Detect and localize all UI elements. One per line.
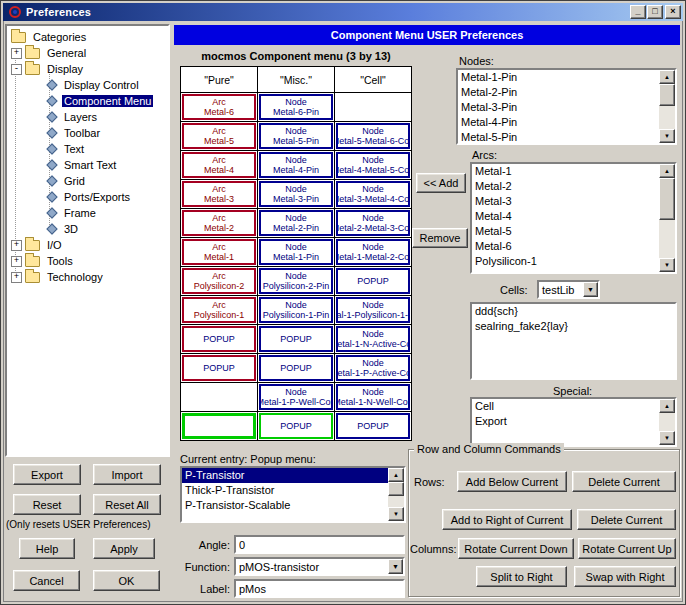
- tree-item-toolbar[interactable]: Toolbar: [9, 125, 166, 141]
- apply-button[interactable]: Apply: [93, 538, 155, 559]
- list-item[interactable]: Metal-5-Pin: [458, 130, 659, 145]
- scrollbar[interactable]: ▲▼: [659, 70, 675, 143]
- tree-item-general[interactable]: +General: [9, 45, 166, 61]
- list-item[interactable]: Metal-2-Pin: [458, 85, 659, 100]
- reset-all-button[interactable]: Reset All: [93, 494, 161, 515]
- reset-button[interactable]: Reset: [13, 494, 81, 515]
- menu-grid-cell[interactable]: POPUP: [335, 267, 411, 295]
- delete-current-row-button[interactable]: Delete Current: [572, 471, 676, 492]
- menu-grid-cell[interactable]: NodeMetal-4-Pin: [258, 151, 334, 179]
- cancel-button[interactable]: Cancel: [13, 570, 80, 591]
- scrollbar[interactable]: ▲▼: [659, 399, 675, 445]
- menu-grid-cell[interactable]: NodeMetal-1-P-Active-Con: [335, 354, 411, 382]
- menu-grid-cell[interactable]: NodeMetal-1-Pin: [258, 238, 334, 266]
- expand-plus-icon[interactable]: +: [11, 256, 22, 267]
- menu-grid-cell[interactable]: NodeMetal-1-P-Well-Con: [258, 383, 334, 411]
- list-item[interactable]: Metal-3: [472, 194, 659, 209]
- tree-item-io[interactable]: +I/O: [9, 237, 166, 253]
- menu-grid-cell[interactable]: [181, 383, 257, 411]
- dropdown-arrow-icon[interactable]: ▼: [583, 282, 598, 297]
- rotate-current-down-button[interactable]: Rotate Current Down: [458, 538, 574, 559]
- menu-grid-cell[interactable]: NodePolysilicon-1-Pin: [258, 296, 334, 324]
- scroll-down-icon[interactable]: ▼: [659, 129, 675, 143]
- menu-grid-cell[interactable]: ArcMetal-4: [181, 151, 257, 179]
- scrollbar[interactable]: ▲▼: [388, 468, 404, 521]
- menu-grid-cell[interactable]: NodeMetal-3-Pin: [258, 180, 334, 208]
- ok-button[interactable]: OK: [93, 570, 160, 591]
- list-item[interactable]: P-Transistor-Scalable: [182, 498, 388, 513]
- list-item[interactable]: Metal-1: [472, 164, 659, 179]
- list-item[interactable]: Polysilicon-1: [472, 254, 659, 269]
- add-below-current-button[interactable]: Add Below Current: [457, 471, 567, 492]
- menu-grid-cell[interactable]: ArcMetal-3: [181, 180, 257, 208]
- menu-grid-cell[interactable]: POPUP: [181, 354, 257, 382]
- collapse-minus-icon[interactable]: -: [11, 64, 22, 75]
- import-button[interactable]: Import: [93, 464, 161, 485]
- menu-grid-cell[interactable]: POPUP: [258, 354, 334, 382]
- menu-grid-cell[interactable]: ArcMetal-1: [181, 238, 257, 266]
- menu-grid-cell[interactable]: ArcMetal-5: [181, 122, 257, 150]
- list-item[interactable]: Metal-6: [472, 239, 659, 254]
- scroll-down-icon[interactable]: ▼: [388, 507, 404, 521]
- list-item[interactable]: Metal-5: [472, 224, 659, 239]
- menu-grid-cell[interactable]: POPUP: [335, 412, 411, 440]
- menu-grid-cell[interactable]: [335, 93, 411, 121]
- tree-item-component-menu[interactable]: Component Menu: [9, 93, 166, 109]
- expand-plus-icon[interactable]: +: [11, 272, 22, 283]
- split-to-right-button[interactable]: Split to Right: [476, 566, 567, 587]
- menu-grid-cell[interactable]: NodeMetal-1-N-Active-Con: [335, 325, 411, 353]
- label-input[interactable]: [234, 579, 405, 598]
- list-item[interactable]: Export: [472, 414, 659, 429]
- scrollbar-thumb[interactable]: [388, 482, 404, 496]
- menu-grid-cell[interactable]: NodeMetal-1-Metal-2-Con: [335, 238, 411, 266]
- scrollbar-thumb[interactable]: [659, 178, 675, 220]
- menu-grid-cell[interactable]: NodeMetal-2-Metal-3-Con: [335, 209, 411, 237]
- menu-grid-cell[interactable]: NodeMetal-4-Metal-5-Con: [335, 151, 411, 179]
- add-to-right-button[interactable]: Add to Right of Current: [442, 509, 572, 530]
- cells-library-dropdown[interactable]: testLib ▼: [537, 280, 600, 299]
- scroll-up-icon[interactable]: ▲: [388, 468, 404, 482]
- expand-plus-icon[interactable]: +: [11, 240, 22, 251]
- close-button-icon[interactable]: ×: [665, 5, 681, 19]
- tree-item-categories[interactable]: Categories: [9, 29, 166, 45]
- swap-with-right-button[interactable]: Swap with Right: [574, 566, 676, 587]
- list-item[interactable]: Metal-3-Pin: [458, 100, 659, 115]
- menu-grid-cell[interactable]: ArcMetal-6: [181, 93, 257, 121]
- list-item[interactable]: ddd{sch}: [472, 304, 675, 319]
- scrollbar-thumb[interactable]: [659, 84, 675, 106]
- scroll-down-icon[interactable]: ▼: [659, 258, 675, 272]
- list-item[interactable]: Cell: [472, 399, 659, 414]
- list-item[interactable]: Metal-4: [472, 209, 659, 224]
- menu-grid-cell[interactable]: ArcMetal-2: [181, 209, 257, 237]
- tree-item-ports-exports[interactable]: Ports/Exports: [9, 189, 166, 205]
- menu-grid-cell-selected[interactable]: [181, 412, 257, 440]
- scroll-up-icon[interactable]: ▲: [659, 399, 675, 413]
- tree-item-tools[interactable]: +Tools: [9, 253, 166, 269]
- list-item[interactable]: Metal-1-Pin: [458, 70, 659, 85]
- delete-current-column-button[interactable]: Delete Current: [577, 509, 676, 530]
- menu-grid-cell[interactable]: NodeMetal-3-Metal-4-Con: [335, 180, 411, 208]
- scrollbar[interactable]: ▲▼: [659, 164, 675, 272]
- menu-grid-cell[interactable]: NodeMetal-5-Metal-6-Con: [335, 122, 411, 150]
- dropdown-arrow-icon[interactable]: ▼: [388, 559, 403, 574]
- list-item[interactable]: Metal-4-Pin: [458, 115, 659, 130]
- tree-item-frame[interactable]: Frame: [9, 205, 166, 221]
- menu-grid-cell[interactable]: ArcPolysilicon-1: [181, 296, 257, 324]
- scroll-up-icon[interactable]: ▲: [659, 164, 675, 178]
- tree-item-smart-text[interactable]: Smart Text: [9, 157, 166, 173]
- tree-item-technology[interactable]: +Technology: [9, 269, 166, 285]
- tree-item-text[interactable]: Text: [9, 141, 166, 157]
- angle-input[interactable]: [234, 535, 405, 554]
- scroll-up-icon[interactable]: ▲: [659, 70, 675, 84]
- menu-grid-cell[interactable]: NodeMetal-2-Pin: [258, 209, 334, 237]
- list-item[interactable]: sealring_fake2{lay}: [472, 319, 675, 334]
- menu-grid-cell[interactable]: NodeMetal-6-Pin: [258, 93, 334, 121]
- rotate-current-up-button[interactable]: Rotate Current Up: [578, 538, 676, 559]
- minimize-button-icon[interactable]: _: [630, 5, 646, 19]
- tree-item-display[interactable]: -Display: [9, 61, 166, 77]
- menu-grid-cell[interactable]: POPUP: [258, 412, 334, 440]
- help-button[interactable]: Help: [19, 538, 75, 559]
- menu-grid-cell[interactable]: NodeMetal-1-N-Well-Con: [335, 383, 411, 411]
- tree-item-layers[interactable]: Layers: [9, 109, 166, 125]
- tree-item-grid[interactable]: Grid: [9, 173, 166, 189]
